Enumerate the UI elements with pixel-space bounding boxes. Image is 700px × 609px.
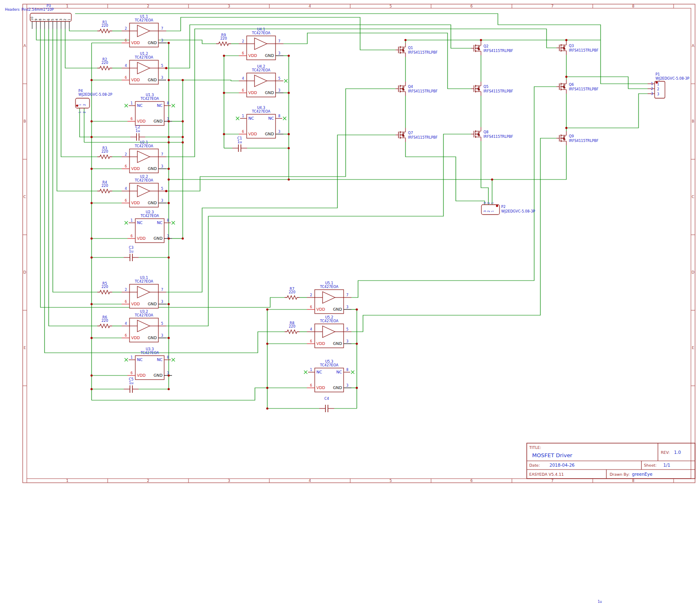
mosfet-Q3[interactable]: Q3IRFS4115TRLPBF [556, 41, 599, 55]
sheet-label: Sheet: [644, 463, 657, 467]
resistor-R4[interactable]: R4220 [97, 180, 112, 193]
svg-text:1: 1 [66, 479, 68, 483]
svg-text:4: 4 [125, 64, 127, 68]
driver-U1.2[interactable]: U1.2TC427EOA456VDDGND3 [122, 52, 167, 84]
resistor-R2[interactable]: R2220 [97, 57, 112, 70]
svg-text:Q7: Q7 [408, 131, 413, 135]
resistor-R6[interactable]: R6220 [97, 315, 112, 328]
driver-U1.1[interactable]: U1.1TC427EOA276VDDGND3 [122, 14, 166, 47]
svg-text:GND: GND [333, 385, 342, 390]
svg-text:220: 220 [101, 184, 108, 188]
svg-text:P2: P2 [501, 205, 506, 209]
svg-text:NC: NC [137, 103, 143, 108]
resistor-R5[interactable]: R5220 [97, 281, 112, 294]
mosfet-Q5[interactable]: Q5IRFS4115TRLPBF [471, 82, 513, 96]
driver-U5.3[interactable]: U5.3TC427EOA18NCNC6VDDGND3 [304, 359, 354, 392]
header-P3[interactable]: P3HeadersPins2.54mm1*10P10987654321 [5, 4, 71, 29]
svg-text:1: 1 [310, 368, 312, 372]
svg-text:Q6: Q6 [569, 83, 574, 87]
mosfet-Q2[interactable]: Q2IRFS4115TRLPBF [471, 41, 513, 55]
svg-text:TC427EOA: TC427EOA [252, 68, 271, 72]
driver-U4.1[interactable]: U4.1TC427EOA276VDDGND3 [239, 27, 283, 60]
svg-text:8: 8 [346, 368, 348, 372]
resistor-R3[interactable]: R3220 [97, 146, 112, 159]
capacitor-C1[interactable]: C11u [232, 136, 247, 152]
capacitor-C3[interactable]: C31u [124, 245, 139, 261]
svg-text:GND: GND [265, 53, 274, 58]
svg-text:1: 1 [67, 19, 71, 21]
svg-text:VDD: VDD [316, 341, 325, 346]
drawn-by-value: greenEye [632, 472, 653, 477]
driver-U3.3[interactable]: U3.3TC427EOA18NCNC6VDDGND3 [125, 347, 175, 380]
resistor-R9[interactable]: R9220 [216, 33, 231, 46]
connector-P1[interactable]: P1WJ2EDGVC-5.08-3P112233 [648, 72, 689, 98]
svg-text:IRFS4115TRLPBF: IRFS4115TRLPBF [408, 89, 438, 93]
svg-text:GND: GND [148, 78, 157, 82]
driver-U4.2[interactable]: U4.2TC427EOA456VDDGND3 [239, 64, 288, 97]
mosfet-Q1[interactable]: Q1IRFS4115TRLPBF [396, 43, 438, 57]
resistor-R1[interactable]: R1220 [97, 20, 112, 33]
svg-text:WJ2EDGVC-5.08-3P: WJ2EDGVC-5.08-3P [501, 209, 535, 213]
wires[interactable] [36, 14, 648, 408]
driver-U4.3[interactable]: U4.3TC427EOA18NCNC6VDDGND3 [236, 106, 286, 138]
svg-text:3: 3 [161, 76, 163, 80]
svg-text:WJ2EDGVC-5.08-3P: WJ2EDGVC-5.08-3P [655, 76, 689, 80]
svg-text:6: 6 [242, 89, 244, 92]
svg-text:VDD: VDD [316, 385, 325, 390]
svg-text:NC: NC [336, 370, 342, 374]
connector-P2[interactable]: P2WJ2EDGVC-5.08-3P332211 [481, 202, 535, 215]
schematic-canvas[interactable]: 1122334455667788AABBCCDDEE U1.1TC427EOA2… [0, 0, 700, 609]
resistor-R7[interactable]: R7220 [285, 287, 299, 300]
svg-text:6: 6 [125, 199, 127, 203]
svg-text:7: 7 [42, 19, 46, 21]
svg-text:VDD: VDD [131, 166, 140, 171]
svg-text:2: 2 [82, 111, 86, 113]
mosfet-Q9[interactable]: Q9IRFS4115TRLPBF [556, 131, 599, 145]
svg-text:6: 6 [125, 334, 127, 338]
svg-text:VDD: VDD [137, 236, 146, 241]
svg-text:6: 6 [242, 130, 244, 134]
driver-U2.1[interactable]: U2.1TC427EOA276VDDGND3 [122, 140, 166, 173]
mosfet-Q8[interactable]: Q8IRFS4115TRLPBF [471, 127, 513, 141]
driver-U5.2[interactable]: U5.2TC427EOA456VDDGND3 [307, 315, 351, 348]
svg-text:GND: GND [148, 166, 157, 171]
connector-P4[interactable]: P4WJ2EDGVC-5.08-2P1122 [75, 89, 112, 113]
svg-text:3: 3 [346, 305, 348, 309]
svg-text:4: 4 [310, 328, 312, 331]
svg-text:VDD: VDD [131, 335, 140, 340]
svg-text:8: 8 [167, 102, 169, 105]
svg-text:Q4: Q4 [408, 85, 413, 89]
svg-text:6: 6 [470, 4, 473, 8]
svg-text:VDD: VDD [248, 132, 257, 136]
svg-text:TC427EOA: TC427EOA [134, 18, 153, 22]
driver-U3.2[interactable]: U3.2TC427EOA456VDDGND3 [122, 309, 166, 342]
sheet-title: MOSFET Driver [532, 452, 573, 458]
driver-U2.2[interactable]: U2.2TC427EOA456VDDGND3 [122, 175, 167, 207]
svg-text:2: 2 [125, 288, 127, 292]
capacitor-C2[interactable]: C21u [130, 125, 145, 141]
svg-text:3: 3 [346, 340, 348, 343]
mosfet-Q7[interactable]: Q7IRFS4115TRLPBF [396, 128, 438, 142]
svg-text:1: 1 [490, 210, 494, 212]
driver-U2.3[interactable]: U2.3TC427EOA18NCNC6VDDGND3 [125, 210, 175, 243]
svg-text:Q9: Q9 [569, 134, 574, 138]
svg-text:Q8: Q8 [483, 130, 488, 134]
driver-U1.3[interactable]: U1.3TC427EOA18NCNC6VDDGND3 [125, 93, 175, 125]
svg-text:7: 7 [161, 27, 163, 31]
svg-text:E: E [692, 346, 694, 350]
svg-text:Q3: Q3 [569, 44, 574, 48]
svg-text:8: 8 [167, 219, 169, 222]
capacitor-C4[interactable]: C4 [319, 397, 334, 412]
mosfet-Q4[interactable]: Q4IRFS4115TRLPBF [396, 82, 438, 96]
svg-text:3: 3 [483, 210, 487, 212]
driver-U5.1[interactable]: U5.1TC427EOA276VDDGND3 [307, 281, 351, 314]
svg-text:1: 1 [651, 82, 653, 86]
svg-text:GND: GND [153, 119, 163, 123]
title-label: TITLE: [529, 445, 541, 450]
mosfet-Q6[interactable]: Q6IRFS4115TRLPBF [556, 80, 599, 94]
resistor-R8[interactable]: R8220 [285, 321, 299, 334]
svg-text:IRFS4115TRLPBF: IRFS4115TRLPBF [483, 49, 513, 53]
svg-text:VDD: VDD [248, 90, 257, 95]
svg-text:3: 3 [228, 479, 230, 483]
driver-U3.1[interactable]: U3.1TC427EOA276VDDGND3 [122, 276, 166, 308]
